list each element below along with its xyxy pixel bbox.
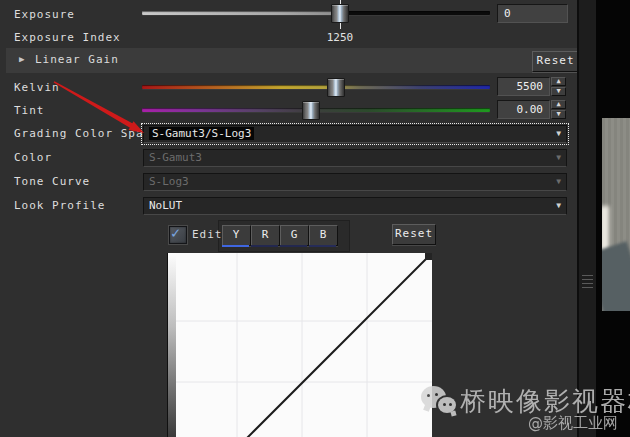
curve-point-handle[interactable] — [425, 253, 432, 260]
exposure-label: Exposure — [14, 8, 75, 21]
edit-label: Edit — [192, 228, 223, 241]
curve-grid-and-line — [176, 253, 432, 437]
channel-button-r[interactable]: R — [251, 225, 280, 246]
look-profile-dropdown[interactable]: NoLUT ▼ — [143, 197, 567, 215]
selected-text: S-Gamut3/S-Log3 — [149, 127, 254, 140]
exposure-index-value: 1250 — [318, 31, 362, 44]
color-dropdown: S-Gamut3 ▼ — [143, 149, 567, 167]
channel-button-g[interactable]: G — [280, 225, 309, 246]
tint-slider-handle[interactable] — [302, 101, 320, 120]
tint-spinner: ▲ ▼ — [551, 100, 566, 119]
channel-button-y[interactable]: Y — [222, 225, 251, 246]
video-preview — [602, 118, 630, 311]
selected-text: S-Gamut3 — [149, 151, 202, 164]
check-icon: ✓ — [171, 224, 180, 242]
curve-reset-button[interactable]: Reset — [392, 224, 436, 245]
pane-splitter[interactable] — [579, 0, 596, 437]
dropdown-arrow-icon: ▼ — [556, 126, 561, 142]
linear-gain-reset-button[interactable]: Reset — [532, 51, 579, 72]
channel-b-underline — [309, 245, 336, 247]
grading-color-space-dropdown[interactable]: S-Gamut3/S-Log3 ▼ — [143, 125, 567, 143]
curve-plot-area[interactable] — [176, 253, 432, 437]
wechat-icon — [421, 386, 463, 420]
annotation-arrow — [40, 76, 155, 142]
tone-curve-label: Tone Curve — [14, 175, 90, 188]
kelvin-slider[interactable] — [142, 85, 490, 89]
color-label: Color — [14, 151, 52, 164]
kelvin-spin-up-icon[interactable]: ▲ — [551, 77, 566, 86]
exposure-slider-handle[interactable] — [331, 4, 349, 23]
channel-g-underline — [280, 245, 307, 247]
watermark-subtitle: @影视工业网 — [528, 414, 618, 433]
kelvin-slider-handle[interactable] — [327, 78, 345, 97]
exposure-slider[interactable] — [142, 11, 490, 15]
tone-curve-editor[interactable] — [167, 253, 432, 437]
channel-button-b[interactable]: B — [309, 225, 338, 246]
channel-y-active-underline — [222, 245, 249, 247]
viewer-background — [596, 0, 630, 437]
kelvin-spin-down-icon[interactable]: ▼ — [551, 87, 566, 96]
collapse-triangle-icon[interactable]: ▶ — [19, 54, 24, 64]
tint-spin-down-icon[interactable]: ▼ — [551, 110, 566, 119]
exposure-index-label: Exposure Index — [14, 31, 121, 44]
exposure-value-input[interactable]: 0 — [497, 4, 568, 23]
channel-r-underline — [251, 245, 278, 247]
linear-gain-row[interactable]: ▶ Linear Gain — [6, 48, 578, 73]
selected-text: NoLUT — [149, 199, 182, 212]
kelvin-value-input[interactable]: 5500 — [497, 77, 550, 96]
dropdown-arrow-icon: ▼ — [556, 174, 561, 190]
splitter-grip-icon[interactable] — [582, 272, 593, 291]
linear-gain-label: Linear Gain — [35, 53, 119, 66]
edit-checkbox[interactable]: ✓ — [169, 226, 187, 244]
tint-spin-up-icon[interactable]: ▲ — [551, 100, 566, 109]
tone-curve-dropdown: S-Log3 ▼ — [143, 173, 567, 191]
tint-value-input[interactable]: 0.00 — [497, 100, 550, 119]
kelvin-spinner: ▲ ▼ — [551, 77, 566, 96]
look-profile-label: Look Profile — [14, 199, 105, 212]
dropdown-arrow-icon: ▼ — [556, 198, 561, 214]
dropdown-arrow-icon: ▼ — [556, 150, 561, 166]
selected-text: S-Log3 — [149, 175, 189, 188]
color-grading-panel: Exposure 0 Exposure Index 1250 ▶ Linear … — [0, 0, 630, 437]
